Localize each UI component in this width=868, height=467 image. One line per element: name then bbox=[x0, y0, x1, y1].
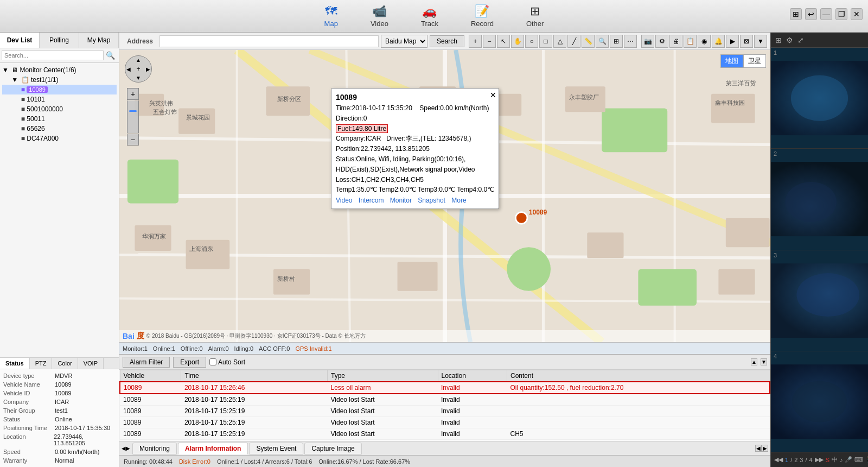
link-video[interactable]: Video bbox=[336, 197, 352, 204]
panel-zoom-icon[interactable]: ⤢ bbox=[796, 36, 805, 45]
tab-polling[interactable]: Polling bbox=[40, 33, 79, 48]
zoom-in-btn[interactable]: + bbox=[127, 88, 139, 100]
video-slot-4[interactable]: 4 bbox=[771, 351, 868, 452]
map-tool-grid[interactable]: ⊞ bbox=[610, 35, 623, 48]
address-input[interactable] bbox=[159, 35, 379, 47]
rpanel-icon-3[interactable]: ♪ bbox=[840, 457, 843, 463]
nav-video[interactable]: 📹 Video bbox=[354, 4, 405, 28]
rpanel-icon-4[interactable]: 🎤 bbox=[845, 456, 852, 463]
alarm-filter-btn[interactable]: Alarm Filter bbox=[123, 357, 170, 368]
link-more[interactable]: More bbox=[451, 197, 466, 204]
right-tool-5[interactable]: ◉ bbox=[698, 35, 711, 48]
tree-node-monitor-center[interactable]: ▼ 🖥 Monitor Center(1/6) bbox=[2, 65, 117, 75]
minimize-btn[interactable]: — bbox=[820, 8, 832, 20]
search-icon[interactable]: 🔍 bbox=[104, 50, 117, 61]
btab-capture-image[interactable]: Capture Image bbox=[304, 443, 361, 455]
video-slot-2[interactable]: 2 bbox=[771, 149, 868, 250]
btab-alarm-info[interactable]: Alarm Information bbox=[178, 443, 248, 455]
tree-node-65626[interactable]: ■ 65626 bbox=[2, 124, 117, 134]
tree-node-10101[interactable]: ■ 10101 bbox=[2, 94, 117, 104]
map-tool-measure[interactable]: 📏 bbox=[582, 35, 595, 48]
nav-east[interactable]: ▶ bbox=[146, 66, 150, 72]
right-tool-6[interactable]: 🔔 bbox=[712, 35, 725, 48]
btab-monitoring[interactable]: Monitoring bbox=[132, 443, 177, 455]
tab-voip[interactable]: VOIP bbox=[78, 358, 104, 369]
zoom-slider[interactable] bbox=[127, 100, 139, 133]
tab-dev-list[interactable]: Dev List bbox=[0, 33, 40, 48]
video-slot-3[interactable]: 3 bbox=[771, 250, 868, 351]
map-tool-cursor[interactable]: ↖ bbox=[497, 35, 510, 48]
device-search-input[interactable] bbox=[2, 51, 104, 60]
right-tool-7[interactable]: ▶ bbox=[726, 35, 739, 48]
nav-track[interactable]: 🚗 Track bbox=[405, 4, 455, 28]
tree-node-test1[interactable]: ▼ 📋 test1(1/1) bbox=[2, 75, 117, 85]
back-btn[interactable]: ↩ bbox=[805, 8, 817, 20]
map-type-satellite[interactable]: 卫星 bbox=[743, 54, 766, 68]
map-tool-dots[interactable]: ⋯ bbox=[624, 35, 637, 48]
map-type-select[interactable]: Baidu Map bbox=[381, 35, 427, 48]
right-tool-4[interactable]: 📋 bbox=[684, 35, 697, 48]
map-tool-plus[interactable]: + bbox=[469, 35, 482, 48]
link-intercom[interactable]: Intercom bbox=[359, 197, 384, 204]
right-tool-8[interactable]: ⊠ bbox=[740, 35, 753, 48]
alarm-table-row[interactable]: 100892018-10-17 15:26:46Less oil alarmIn… bbox=[120, 382, 770, 394]
panel-settings-icon[interactable]: ⚙ bbox=[785, 36, 794, 45]
map-tool-search[interactable]: 🔍 bbox=[596, 35, 609, 48]
right-tool-2[interactable]: ⚙ bbox=[655, 35, 668, 48]
tab-status[interactable]: Status bbox=[0, 358, 30, 369]
map-tool-line[interactable]: ╱ bbox=[567, 35, 580, 48]
search-button[interactable]: Search bbox=[430, 35, 464, 47]
tree-node-10089[interactable]: ■ 10089 bbox=[2, 85, 117, 94]
map-tool-minus[interactable]: − bbox=[483, 35, 496, 48]
grid-btn[interactable]: ⊞ bbox=[790, 8, 802, 20]
export-btn[interactable]: Export bbox=[173, 357, 206, 368]
close-btn[interactable]: ✕ bbox=[851, 8, 863, 20]
nav-other[interactable]: ⊞ Other bbox=[510, 4, 560, 28]
tab-nav-prev[interactable]: ◀ bbox=[122, 445, 126, 451]
rpanel-page-1[interactable]: 1 bbox=[785, 457, 788, 463]
map-tool-rect[interactable]: □ bbox=[539, 35, 552, 48]
maximize-btn[interactable]: ❐ bbox=[835, 8, 847, 20]
link-snapshot[interactable]: Snapshot bbox=[418, 197, 445, 204]
video-slot-1[interactable]: 1 bbox=[771, 48, 868, 149]
alarm-scroll-down[interactable]: ▼ bbox=[761, 358, 767, 365]
rpanel-page-2[interactable]: 2 bbox=[794, 457, 797, 463]
tab-color[interactable]: Color bbox=[52, 358, 78, 369]
alarm-table-row[interactable]: 100892018-10-17 15:25:19Video lost Start… bbox=[120, 394, 770, 406]
right-tool-9[interactable]: ▼ bbox=[754, 35, 767, 48]
rpanel-icon-5[interactable]: ⌨ bbox=[854, 456, 863, 463]
alarm-scroll-up[interactable]: ▲ bbox=[751, 358, 757, 365]
map-tool-polygon[interactable]: △ bbox=[553, 35, 566, 48]
right-tool-3[interactable]: 🖨 bbox=[669, 35, 682, 48]
map-tool-pan[interactable]: ✋ bbox=[511, 35, 524, 48]
tree-node-50011[interactable]: ■ 50011 bbox=[2, 114, 117, 124]
rpanel-icon-1[interactable]: S bbox=[826, 457, 829, 463]
nav-map[interactable]: 🗺 Map bbox=[308, 4, 354, 28]
tab-nav-next[interactable]: ▶ bbox=[126, 445, 130, 451]
btab-system-event[interactable]: System Event bbox=[249, 443, 303, 455]
nav-record[interactable]: 📝 Record bbox=[455, 4, 510, 28]
rpanel-page-4[interactable]: 4 bbox=[809, 457, 813, 463]
popup-close-btn[interactable]: ✕ bbox=[490, 91, 496, 99]
map-area[interactable]: 兴英洪伟 五金灯饰 景城花园 新桥分区 新桥图书馆 嘉华百货 永丰塑胶厂 鑫丰科… bbox=[119, 50, 770, 342]
tree-node-dc47a000[interactable]: ■ DC47A000 bbox=[2, 134, 117, 143]
alarm-table-row[interactable]: 100892018-10-17 15:25:19Video lost Start… bbox=[120, 428, 770, 440]
map-tool-circle[interactable]: ○ bbox=[525, 35, 538, 48]
rpanel-page-3[interactable]: 3 bbox=[800, 457, 803, 463]
alarm-table-row[interactable]: 100892018-10-17 15:25:19Video lost Start… bbox=[120, 406, 770, 417]
zoom-out-btn[interactable]: − bbox=[127, 134, 139, 146]
rpanel-nav-next[interactable]: ▶▶ bbox=[815, 456, 824, 463]
link-monitor[interactable]: Monitor bbox=[390, 197, 412, 204]
alarm-table-row[interactable]: 100892018-10-17 15:25:19Video lost Start… bbox=[120, 417, 770, 428]
bottom-scroll-left[interactable]: ◀ bbox=[755, 445, 762, 452]
nav-south[interactable]: ▼ bbox=[136, 75, 141, 81]
bottom-scroll-right[interactable]: ▶ bbox=[762, 445, 768, 452]
auto-sort-checkbox[interactable] bbox=[209, 358, 216, 365]
tab-my-map[interactable]: My Map bbox=[79, 33, 119, 48]
compass-rose[interactable]: ▲ ▼ ◀ ▶ + bbox=[125, 55, 152, 83]
tree-node-5001000000[interactable]: ■ 5001000000 bbox=[2, 104, 117, 114]
nav-west[interactable]: ◀ bbox=[126, 66, 131, 72]
panel-grid-icon[interactable]: ⊞ bbox=[774, 36, 783, 45]
tab-ptz[interactable]: PTZ bbox=[30, 358, 53, 369]
rpanel-icon-6[interactable]: 📱 bbox=[865, 456, 868, 463]
